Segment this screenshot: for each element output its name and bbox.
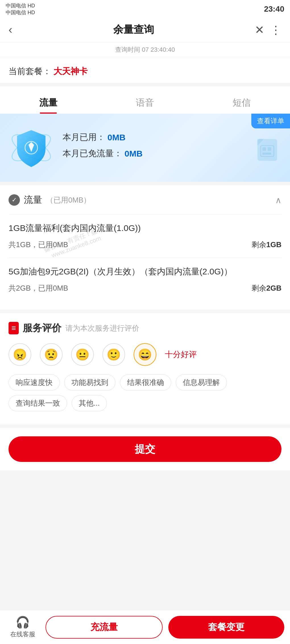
rating-section: ≡ 服务评价 请为本次服务进行评价 😠 😟 😐 🙂 😄 十分好评 响应速度快 功… — [0, 313, 290, 424]
emoji-row: 😠 😟 😐 🙂 😄 十分好评 — [9, 343, 281, 366]
used-value: 0MB — [107, 133, 125, 142]
tag-5[interactable]: 其他... — [72, 395, 107, 411]
svg-rect-6 — [262, 147, 266, 151]
emoji-neutral[interactable]: 😐 — [71, 343, 94, 366]
page-title: 余量查询 — [12, 23, 255, 37]
tag-4[interactable]: 查询结果一致 — [9, 395, 67, 411]
close-button[interactable]: ✕ — [255, 23, 264, 36]
headset-icon: 🎧 — [16, 616, 30, 629]
data-item-2-info: 共2GB，已用0MB — [9, 283, 68, 293]
bottom-spacer — [0, 470, 290, 510]
emoji-very-happy[interactable]: 😄 — [134, 343, 156, 366]
header-right-icons: ✕ ⋮ — [255, 23, 281, 36]
plan-label: 当前套餐： — [9, 66, 51, 76]
used-row: 本月已用： 0MB — [63, 132, 281, 143]
tag-1[interactable]: 功能易找到 — [64, 374, 115, 391]
submit-area: 提交 — [0, 428, 290, 470]
tag-0[interactable]: 响应速度快 — [9, 374, 60, 391]
carrier2: 中国电信 HD — [6, 9, 35, 16]
back-button[interactable]: ‹ — [9, 23, 12, 36]
status-right: 23:40 — [264, 5, 284, 14]
current-plan: 当前套餐： 大天神卡 — [0, 57, 290, 83]
chevron-up-icon[interactable]: ∧ — [275, 195, 281, 205]
section-header: ✓ 流量 （已用0MB） ∧ — [9, 194, 281, 206]
section-used-note: （已用0MB） — [46, 195, 91, 205]
tab-traffic[interactable]: 流量 — [0, 92, 97, 114]
rating-subtitle: 请为本次服务进行评价 — [65, 323, 139, 333]
svg-rect-7 — [268, 147, 271, 151]
tag-2[interactable]: 结果很准确 — [120, 374, 171, 391]
traffic-section: 赚客吧，有责任！赚！ www.zuanke8.com ✓ 流量 （已用0MB） … — [0, 185, 290, 310]
customer-service-button[interactable]: 🎧 在线客服 — [6, 616, 40, 639]
rating-title: 服务评价 — [23, 322, 61, 335]
tab-voice[interactable]: 语音 — [97, 92, 193, 114]
detail-button[interactable]: 查看详单 — [251, 114, 290, 128]
data-item-2-title: 5G加油包9元2GB(2I)（次月生效）（套内国内流量(2.0G)） — [9, 266, 281, 278]
rating-label: 十分好评 — [165, 349, 197, 360]
tags-row: 响应速度快 功能易找到 结果很准确 信息易理解 — [9, 374, 281, 391]
query-time-value: 07 23:40:40 — [142, 46, 175, 53]
data-item-2: 5G加油包9元2GB(2I)（次月生效）（套内国内流量(2.0G)） 共2GB，… — [9, 258, 281, 301]
recharge-button[interactable]: 充流量 — [45, 616, 163, 639]
header: ‹ 余量查询 ✕ ⋮ — [0, 17, 290, 43]
bottom-nav: 🎧 在线客服 充流量 套餐变更 — [0, 610, 290, 644]
usage-card: 查看详单 本月已用： 0MB 本月已免流量： 0MB — [0, 114, 290, 182]
free-value: 0MB — [125, 149, 142, 159]
data-item-2-remain: 剩余2GB — [252, 283, 281, 293]
status-bar: 中国电信 HD 中国电信 HD 23:40 — [0, 0, 290, 17]
usage-info: 本月已用： 0MB 本月已免流量： 0MB — [63, 132, 281, 164]
tag-3[interactable]: 信息易理解 — [176, 374, 227, 391]
rating-header: ≡ 服务评价 请为本次服务进行评价 — [9, 322, 281, 335]
svg-rect-8 — [262, 153, 271, 155]
tags-row-2: 查询结果一致 其他... — [9, 395, 281, 411]
data-item-1-info: 共1GB，已用0MB — [9, 240, 68, 250]
sim-card-icon — [253, 134, 281, 162]
used-label: 本月已用： — [63, 132, 105, 143]
section-title-row: ✓ 流量 （已用0MB） — [9, 194, 91, 206]
data-item-2-row: 共2GB，已用0MB 剩余2GB — [9, 283, 281, 293]
rating-icon: ≡ — [9, 322, 19, 334]
customer-service-label: 在线客服 — [10, 630, 35, 639]
check-icon: ✓ — [9, 194, 20, 206]
emoji-happy[interactable]: 🙂 — [102, 343, 125, 366]
tabs-container: 流量 语音 短信 — [0, 86, 290, 114]
query-info-bar: 查询时间 07 23:40:40 — [0, 43, 290, 57]
data-item-1-remain: 剩余1GB — [252, 240, 281, 250]
plan-value: 大天神卡 — [53, 66, 88, 76]
emoji-sad[interactable]: 😟 — [40, 343, 63, 366]
data-item-1: 1GB流量福利(套内国内流量(1.0G)) 共1GB，已用0MB 剩余1GB — [9, 214, 281, 258]
emoji-angry[interactable]: 😠 — [9, 343, 31, 366]
free-row: 本月已免流量： 0MB — [63, 148, 281, 159]
shield-icon — [9, 125, 54, 170]
section-title: 流量 — [24, 194, 42, 206]
data-item-1-row: 共1GB，已用0MB 剩余1GB — [9, 240, 281, 250]
carrier-info: 中国电信 HD 中国电信 HD — [6, 2, 35, 16]
data-item-1-title: 1GB流量福利(套内国内流量(1.0G)) — [9, 222, 281, 234]
tab-sms[interactable]: 短信 — [193, 92, 290, 114]
submit-button[interactable]: 提交 — [9, 436, 281, 462]
carrier1: 中国电信 HD — [6, 2, 35, 9]
free-label: 本月已免流量： — [63, 148, 122, 159]
query-time-label: 查询时间 — [115, 46, 140, 53]
more-button[interactable]: ⋮ — [270, 23, 281, 36]
plan-change-button[interactable]: 套餐变更 — [168, 616, 284, 639]
time-display: 23:40 — [264, 5, 284, 14]
